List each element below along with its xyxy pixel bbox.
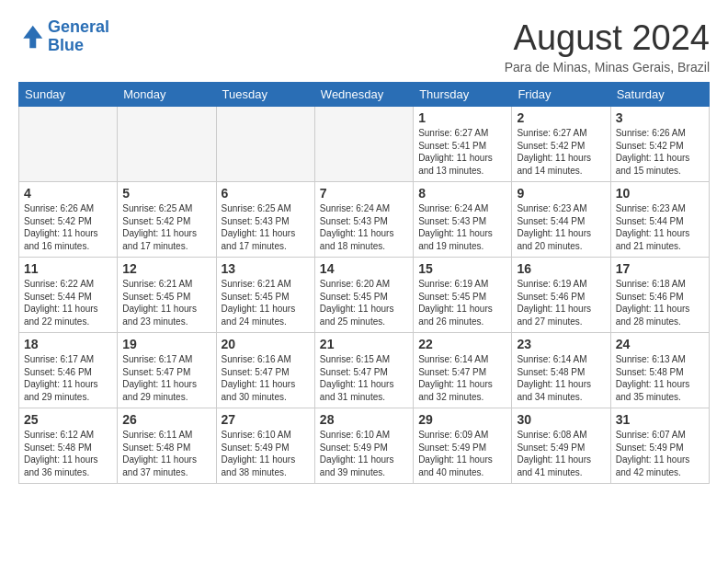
day-info: Sunrise: 6:10 AM Sunset: 5:49 PM Dayligh… — [222, 429, 310, 478]
day-info: Sunrise: 6:26 AM Sunset: 5:42 PM Dayligh… — [24, 202, 112, 252]
table-row: 26Sunrise: 6:11 AM Sunset: 5:48 PM Dayli… — [118, 408, 216, 484]
calendar-week-row: 18Sunrise: 6:17 AM Sunset: 5:46 PM Dayli… — [19, 333, 710, 408]
day-number: 22 — [418, 337, 506, 351]
title-area: August 2024 Para de Minas, Minas Gerais,… — [505, 18, 710, 75]
table-row: 14Sunrise: 6:20 AM Sunset: 5:45 PM Dayli… — [314, 258, 413, 333]
day-info: Sunrise: 6:11 AM Sunset: 5:48 PM Dayligh… — [122, 429, 210, 478]
day-number: 30 — [517, 412, 605, 427]
calendar-body: 1Sunrise: 6:27 AM Sunset: 5:41 PM Daylig… — [19, 107, 710, 484]
day-info: Sunrise: 6:12 AM Sunset: 5:48 PM Dayligh… — [24, 429, 112, 478]
table-row: 15Sunrise: 6:19 AM Sunset: 5:45 PM Dayli… — [414, 258, 512, 333]
calendar-table: Sunday Monday Tuesday Wednesday Thursday… — [18, 82, 710, 484]
page: General Blue August 2024 Para de Minas, … — [0, 0, 728, 493]
table-row: 31Sunrise: 6:07 AM Sunset: 5:49 PM Dayli… — [610, 408, 709, 484]
day-info: Sunrise: 6:25 AM Sunset: 5:43 PM Dayligh… — [222, 202, 310, 252]
day-number: 14 — [320, 261, 408, 276]
day-number: 20 — [222, 337, 310, 351]
day-number: 6 — [222, 186, 310, 201]
table-row — [118, 107, 216, 182]
calendar-week-row: 1Sunrise: 6:27 AM Sunset: 5:41 PM Daylig… — [19, 107, 710, 182]
calendar-week-row: 25Sunrise: 6:12 AM Sunset: 5:48 PM Dayli… — [19, 408, 710, 484]
table-row: 10Sunrise: 6:23 AM Sunset: 5:44 PM Dayli… — [610, 182, 709, 258]
table-row: 13Sunrise: 6:21 AM Sunset: 5:45 PM Dayli… — [216, 258, 314, 333]
day-info: Sunrise: 6:24 AM Sunset: 5:43 PM Dayligh… — [320, 202, 408, 252]
table-row: 18Sunrise: 6:17 AM Sunset: 5:46 PM Dayli… — [19, 333, 118, 408]
header-saturday: Saturday — [610, 83, 709, 107]
table-row: 1Sunrise: 6:27 AM Sunset: 5:41 PM Daylig… — [414, 107, 512, 182]
table-row: 7Sunrise: 6:24 AM Sunset: 5:43 PM Daylig… — [314, 182, 413, 258]
table-row: 4Sunrise: 6:26 AM Sunset: 5:42 PM Daylig… — [19, 182, 118, 258]
table-row — [19, 107, 118, 182]
day-info: Sunrise: 6:27 AM Sunset: 5:41 PM Dayligh… — [418, 127, 506, 177]
day-info: Sunrise: 6:20 AM Sunset: 5:45 PM Dayligh… — [320, 278, 408, 327]
day-info: Sunrise: 6:13 AM Sunset: 5:48 PM Dayligh… — [616, 353, 704, 403]
table-row: 5Sunrise: 6:25 AM Sunset: 5:42 PM Daylig… — [118, 182, 216, 258]
header-wednesday: Wednesday — [314, 83, 413, 107]
day-number: 31 — [616, 412, 704, 427]
day-info: Sunrise: 6:23 AM Sunset: 5:44 PM Dayligh… — [616, 202, 704, 252]
table-row: 12Sunrise: 6:21 AM Sunset: 5:45 PM Dayli… — [118, 258, 216, 333]
calendar-week-row: 4Sunrise: 6:26 AM Sunset: 5:42 PM Daylig… — [19, 182, 710, 258]
table-row: 17Sunrise: 6:18 AM Sunset: 5:46 PM Dayli… — [610, 258, 709, 333]
logo-icon — [18, 24, 44, 50]
day-number: 27 — [222, 412, 310, 427]
day-number: 13 — [222, 261, 310, 276]
table-row: 30Sunrise: 6:08 AM Sunset: 5:49 PM Dayli… — [512, 408, 610, 484]
day-info: Sunrise: 6:14 AM Sunset: 5:48 PM Dayligh… — [517, 353, 605, 403]
day-info: Sunrise: 6:19 AM Sunset: 5:45 PM Dayligh… — [418, 278, 506, 327]
calendar-week-row: 11Sunrise: 6:22 AM Sunset: 5:44 PM Dayli… — [19, 258, 710, 333]
day-number: 10 — [616, 186, 704, 201]
day-number: 7 — [320, 186, 408, 201]
day-number: 23 — [517, 337, 605, 351]
table-row: 19Sunrise: 6:17 AM Sunset: 5:47 PM Dayli… — [118, 333, 216, 408]
table-row: 9Sunrise: 6:23 AM Sunset: 5:44 PM Daylig… — [512, 182, 610, 258]
table-row: 16Sunrise: 6:19 AM Sunset: 5:46 PM Dayli… — [512, 258, 610, 333]
table-row: 27Sunrise: 6:10 AM Sunset: 5:49 PM Dayli… — [216, 408, 314, 484]
day-info: Sunrise: 6:09 AM Sunset: 5:49 PM Dayligh… — [418, 429, 506, 478]
day-info: Sunrise: 6:17 AM Sunset: 5:46 PM Dayligh… — [24, 353, 112, 403]
day-number: 12 — [122, 261, 210, 276]
day-info: Sunrise: 6:07 AM Sunset: 5:49 PM Dayligh… — [616, 429, 704, 478]
header-thursday: Thursday — [414, 83, 512, 107]
day-number: 11 — [24, 261, 112, 276]
logo-general: General — [48, 17, 109, 36]
table-row: 8Sunrise: 6:24 AM Sunset: 5:43 PM Daylig… — [414, 182, 512, 258]
day-info: Sunrise: 6:18 AM Sunset: 5:46 PM Dayligh… — [616, 278, 704, 327]
day-info: Sunrise: 6:22 AM Sunset: 5:44 PM Dayligh… — [24, 278, 112, 327]
day-number: 16 — [517, 261, 605, 276]
day-number: 9 — [517, 186, 605, 201]
day-info: Sunrise: 6:16 AM Sunset: 5:47 PM Dayligh… — [222, 353, 310, 403]
table-row: 23Sunrise: 6:14 AM Sunset: 5:48 PM Dayli… — [512, 333, 610, 408]
day-number: 19 — [122, 337, 210, 351]
logo: General Blue — [18, 18, 109, 55]
day-number: 18 — [24, 337, 112, 351]
day-info: Sunrise: 6:26 AM Sunset: 5:42 PM Dayligh… — [616, 127, 704, 177]
table-row: 22Sunrise: 6:14 AM Sunset: 5:47 PM Dayli… — [414, 333, 512, 408]
day-info: Sunrise: 6:27 AM Sunset: 5:42 PM Dayligh… — [517, 127, 605, 177]
day-number: 3 — [616, 110, 704, 125]
table-row — [314, 107, 413, 182]
day-info: Sunrise: 6:24 AM Sunset: 5:43 PM Dayligh… — [418, 202, 506, 252]
day-number: 5 — [122, 186, 210, 201]
day-info: Sunrise: 6:14 AM Sunset: 5:47 PM Dayligh… — [418, 353, 506, 403]
day-info: Sunrise: 6:10 AM Sunset: 5:49 PM Dayligh… — [320, 429, 408, 478]
day-number: 1 — [418, 110, 506, 125]
day-number: 26 — [122, 412, 210, 427]
day-info: Sunrise: 6:19 AM Sunset: 5:46 PM Dayligh… — [517, 278, 605, 327]
table-row: 6Sunrise: 6:25 AM Sunset: 5:43 PM Daylig… — [216, 182, 314, 258]
table-row: 25Sunrise: 6:12 AM Sunset: 5:48 PM Dayli… — [19, 408, 118, 484]
day-info: Sunrise: 6:21 AM Sunset: 5:45 PM Dayligh… — [122, 278, 210, 327]
day-info: Sunrise: 6:25 AM Sunset: 5:42 PM Dayligh… — [122, 202, 210, 252]
table-row: 29Sunrise: 6:09 AM Sunset: 5:49 PM Dayli… — [414, 408, 512, 484]
table-row: 3Sunrise: 6:26 AM Sunset: 5:42 PM Daylig… — [610, 107, 709, 182]
day-number: 29 — [418, 412, 506, 427]
day-number: 24 — [616, 337, 704, 351]
table-row — [216, 107, 314, 182]
table-row: 2Sunrise: 6:27 AM Sunset: 5:42 PM Daylig… — [512, 107, 610, 182]
svg-marker-0 — [23, 26, 42, 49]
header: General Blue August 2024 Para de Minas, … — [18, 18, 710, 75]
day-number: 4 — [24, 186, 112, 201]
month-title: August 2024 — [505, 18, 710, 58]
day-header-row: Sunday Monday Tuesday Wednesday Thursday… — [19, 83, 710, 107]
day-number: 21 — [320, 337, 408, 351]
